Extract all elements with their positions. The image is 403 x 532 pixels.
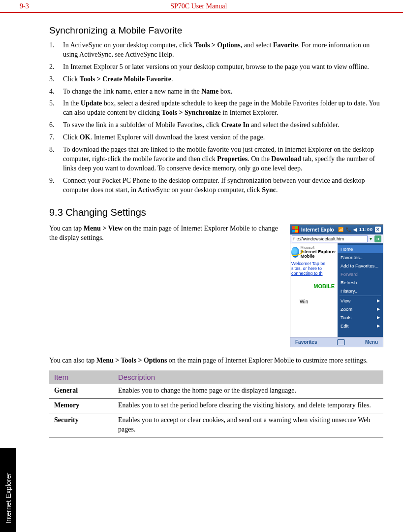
step-item: 5.In the Update box, select a desired up…	[49, 99, 383, 118]
welcome-text: Welcome! Tap be sites, or here to connec…	[291, 262, 337, 276]
step-item: 1.In ActiveSync on your desktop computer…	[49, 41, 383, 60]
context-menu: HomeFavorites...Add to Favorites...Forwa…	[338, 243, 383, 337]
step-item: 6.To save the link in a subfolder of Mob…	[49, 121, 383, 130]
chapter-tab: Internet Explorer	[0, 448, 16, 532]
softkey-right[interactable]: Menu	[365, 339, 378, 345]
table-row: SecurityEnables you to accept or clear c…	[49, 413, 383, 437]
go-icon: ➜	[374, 235, 381, 242]
close-icon: ✕	[375, 227, 381, 233]
menu-item[interactable]: Home	[338, 245, 383, 253]
menu-item[interactable]: Forward	[338, 270, 383, 278]
app-title: Internet Explo	[301, 227, 334, 233]
menu-item[interactable]: View▶	[338, 297, 383, 305]
table-row: MemoryEnables you to set the period befo…	[49, 399, 383, 413]
mobile-label: MOBILE	[291, 283, 335, 289]
steps-list: 1.In ActiveSync on your desktop computer…	[49, 41, 383, 195]
page-number: 9-3	[20, 2, 29, 10]
section-heading: 9.3 Changing Settings	[49, 207, 383, 218]
menu-item[interactable]: Edit▶	[338, 322, 383, 330]
softkey-left[interactable]: Favorites	[295, 339, 317, 345]
device-screenshot: Internet Explo 📶 📞 ◀ 11:00 ✕ file://\win…	[290, 224, 383, 347]
address-bar: file://\windows\default.htm ▾ ➜	[290, 234, 383, 243]
menu-item[interactable]: Tools▶	[338, 313, 383, 322]
menu-item[interactable]: Refresh	[338, 278, 383, 287]
ie-logo-icon	[291, 247, 299, 258]
menu-item[interactable]: Zoom▶	[338, 305, 383, 313]
url-field[interactable]: file://\windows\default.htm	[292, 235, 368, 242]
step-item: 4.To change the link name, enter a new n…	[49, 87, 383, 97]
menu-item[interactable]: Add to Favorites...	[338, 262, 383, 270]
step-item: 3.Click Tools > Create Mobile Favorite.	[49, 75, 383, 84]
ie-brand: MicrosoftInternet Explorer Mobile	[291, 245, 337, 259]
step-item: 8.To download the pages that are linked …	[49, 145, 383, 173]
device-titlebar: Internet Explo 📶 📞 ◀ 11:00 ✕	[290, 225, 383, 234]
options-table: Item Description GeneralEnables you to c…	[49, 370, 383, 437]
step-item: 2.In Internet Explorer 5 or later versio…	[49, 63, 383, 72]
intro-paragraph: You can tap Menu > View on the main page…	[49, 224, 280, 347]
windows-start-icon	[292, 226, 299, 233]
page-header: 9-3 SP70C User Manual	[0, 0, 403, 13]
menu-item[interactable]: Favorites...	[338, 253, 383, 262]
col-description: Description	[113, 370, 383, 384]
page-content: Synchronizing a Mobile Favorite 1.In Act…	[0, 13, 403, 437]
device-softkeys: Favorites Menu	[290, 337, 383, 347]
step-item: 7.Click OK. Internet Explorer will downl…	[49, 133, 383, 142]
status-icons: 📶 📞 ◀ 11:00	[338, 227, 373, 232]
windows-logo: Win	[291, 298, 337, 305]
section-title: Synchronizing a Mobile Favorite	[49, 25, 383, 36]
options-paragraph: You can also tap Menu > Tools > Options …	[49, 356, 383, 366]
table-row: GeneralEnables you to change the home pa…	[49, 384, 383, 398]
col-item: Item	[49, 370, 113, 384]
manual-title: SP70C User Manual	[29, 2, 369, 10]
menu-item[interactable]: History...	[338, 287, 383, 295]
step-item: 9.Connect your Pocket PC Phone to the de…	[49, 176, 383, 195]
keyboard-icon	[337, 339, 345, 345]
dropdown-icon: ▾	[368, 236, 373, 241]
